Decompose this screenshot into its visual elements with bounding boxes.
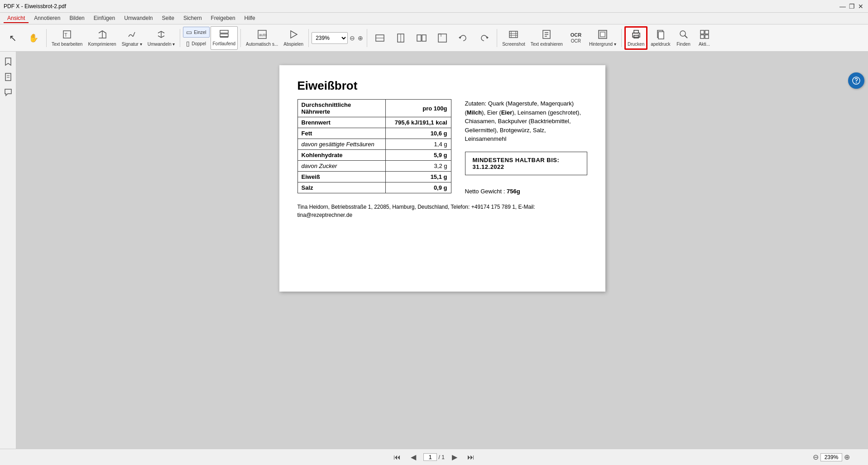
menu-freigeben[interactable]: Freigeben bbox=[207, 14, 239, 23]
abspielen-label: Abspielen bbox=[283, 42, 303, 47]
finden-button[interactable]: Finden bbox=[674, 26, 694, 50]
svg-marker-18 bbox=[487, 36, 489, 39]
row-label: Fett bbox=[297, 128, 385, 139]
umwandeln-button[interactable]: Umwandeln ▾ bbox=[145, 26, 177, 50]
menu-bilden[interactable]: Bilden bbox=[66, 14, 88, 23]
drucken-label: Drucken bbox=[628, 42, 644, 47]
svg-rect-6 bbox=[220, 36, 228, 38]
svg-point-33 bbox=[638, 34, 639, 35]
fortlaufend-button[interactable]: Fortlaufend bbox=[211, 26, 238, 50]
right-info-section: Zutaten: Quark (Magerstufe, Magerquark) … bbox=[451, 99, 587, 195]
menu-hilfe[interactable]: Hilfe bbox=[241, 14, 259, 23]
text-edit-button[interactable]: T Text bearbeiten bbox=[49, 26, 85, 50]
ocr-label: OCR bbox=[571, 38, 581, 43]
svg-rect-38 bbox=[700, 30, 704, 34]
zoom-in-status-button[interactable]: ⊕ bbox=[844, 453, 850, 461]
separator2 bbox=[180, 29, 180, 47]
zoom-select[interactable]: 239% 100% 150% 200% bbox=[312, 32, 348, 44]
screenshot-button[interactable]: Screenshot bbox=[500, 26, 528, 50]
first-page-button[interactable]: ⏮ bbox=[391, 451, 403, 463]
select-icon: ↖ bbox=[9, 34, 17, 43]
maximize-button[interactable]: ❐ bbox=[848, 3, 855, 10]
document-title: Eiweißbrot bbox=[297, 79, 587, 93]
zoom-status-input[interactable] bbox=[820, 453, 842, 461]
menu-umwandeln[interactable]: Umwandeln bbox=[120, 14, 156, 23]
menu-ansicht[interactable]: Ansicht bbox=[4, 14, 29, 23]
title-bar: PDF X - Eiweissbrot-2.pdf — ❐ ✕ bbox=[0, 0, 868, 13]
svg-rect-15 bbox=[422, 35, 426, 41]
fortlaufend-label: Fortlaufend bbox=[213, 41, 236, 46]
ocr-button[interactable]: OCR OCR bbox=[566, 26, 586, 50]
status-bar: ⏮ ◀ / 1 ▶ ⏭ ⊖ ⊕ bbox=[0, 449, 868, 465]
select-tool-button[interactable]: ↖ bbox=[3, 26, 23, 50]
svg-point-46 bbox=[856, 82, 857, 83]
text-extrahieren-button[interactable]: Text extrahieren bbox=[528, 26, 565, 50]
drucken-button[interactable]: Drucken bbox=[624, 26, 647, 50]
nutrition-section: DurchschnittlicheNährwerte pro 100g Bren… bbox=[297, 99, 451, 193]
nutrition-header-right: pro 100g bbox=[385, 100, 451, 117]
drucken-icon bbox=[631, 29, 641, 41]
fit-spread-button[interactable] bbox=[412, 26, 432, 50]
svg-rect-16 bbox=[438, 34, 446, 42]
svg-rect-14 bbox=[417, 35, 421, 41]
fit-width-button[interactable] bbox=[370, 26, 390, 50]
text-edit-label: Text bearbeiten bbox=[52, 42, 82, 47]
row-value: 3,2 g bbox=[385, 161, 451, 172]
next-page-button[interactable]: ▶ bbox=[449, 451, 460, 463]
doc-content-row: DurchschnittlicheNährwerte pro 100g Bren… bbox=[297, 99, 587, 195]
auto-scroll-label: Automatisch s... bbox=[246, 42, 278, 47]
sidebar-comments-icon[interactable] bbox=[2, 86, 14, 99]
umwandeln-label: Umwandeln ▾ bbox=[148, 42, 175, 47]
menu-annotieren[interactable]: Annotieren bbox=[30, 14, 64, 23]
footer-text: Tina Heidorn, Betriebsstraße 1, 22085, H… bbox=[297, 203, 587, 219]
zoom-out-status-button[interactable]: ⊖ bbox=[813, 453, 819, 461]
table-row: Eiweiß 15,1 g bbox=[297, 172, 451, 182]
close-button[interactable]: ✕ bbox=[857, 3, 864, 10]
prev-page-button[interactable]: ◀ bbox=[408, 451, 419, 463]
nutrition-header-row: DurchschnittlicheNährwerte pro 100g bbox=[297, 100, 451, 117]
hintergrund-icon bbox=[598, 29, 608, 41]
row-value: 795,6 kJ/191,1 kcal bbox=[385, 117, 451, 128]
doppel-icon: ▯ bbox=[186, 40, 190, 47]
menu-einfugen[interactable]: Einfügen bbox=[90, 14, 119, 23]
aktiv-label: Akti... bbox=[699, 42, 710, 47]
minimize-button[interactable]: — bbox=[839, 3, 846, 10]
help-button[interactable] bbox=[848, 72, 864, 89]
signatur-button[interactable]: Signatur ▾ bbox=[120, 26, 144, 50]
separator7 bbox=[621, 29, 622, 47]
aktiv-button[interactable]: Akti... bbox=[695, 26, 715, 50]
toolbar: ↖ ✋ T Text bearbeiten Komprimieren Signa… bbox=[0, 24, 868, 52]
hintergrund-button[interactable]: Hintergrund ▾ bbox=[587, 26, 619, 50]
sidebar-pages-icon[interactable] bbox=[2, 71, 14, 83]
komprimieren-button[interactable]: Komprimieren bbox=[86, 26, 118, 50]
abspielen-icon bbox=[288, 29, 298, 41]
menu-seite[interactable]: Seite bbox=[158, 14, 178, 23]
fit-custom-button[interactable] bbox=[432, 26, 452, 50]
einzel-button[interactable]: ▭ Einzel bbox=[183, 27, 209, 38]
hand-icon: ✋ bbox=[29, 34, 38, 42]
signatur-label: Signatur ▾ bbox=[122, 42, 142, 47]
app-title: PDF X - Eiweissbrot-2.pdf bbox=[4, 3, 66, 10]
zoom-in-button[interactable]: ⊕ bbox=[357, 34, 364, 42]
hand-tool-button[interactable]: ✋ bbox=[24, 26, 43, 50]
hintergrund-label: Hintergrund ▾ bbox=[589, 42, 616, 47]
rotate-left-button[interactable] bbox=[453, 26, 473, 50]
abspielen-button[interactable]: Abspielen bbox=[281, 26, 306, 50]
last-page-button[interactable]: ⏭ bbox=[465, 451, 477, 463]
rotate-right-button[interactable] bbox=[474, 26, 494, 50]
fit-page-button[interactable] bbox=[391, 26, 411, 50]
svg-rect-41 bbox=[705, 35, 709, 38]
sidebar-bookmark-icon[interactable] bbox=[2, 55, 14, 68]
svg-rect-39 bbox=[705, 30, 709, 34]
doppel-button[interactable]: ▯ Doppel bbox=[183, 38, 209, 49]
tapeldruck-button[interactable]: apeldruck bbox=[648, 26, 672, 50]
menu-sichern[interactable]: Sichern bbox=[180, 14, 206, 23]
nutrition-header-left: DurchschnittlicheNährwerte bbox=[297, 100, 385, 117]
auto-scroll-button[interactable]: auto Automatisch s... bbox=[244, 26, 280, 50]
svg-rect-40 bbox=[700, 35, 704, 38]
row-label: Brennwert bbox=[297, 117, 385, 128]
page-number-input[interactable] bbox=[423, 453, 437, 461]
zoom-out-button[interactable]: ⊖ bbox=[349, 34, 356, 42]
page-info: / 1 bbox=[423, 453, 445, 461]
svg-text:T: T bbox=[64, 32, 67, 38]
